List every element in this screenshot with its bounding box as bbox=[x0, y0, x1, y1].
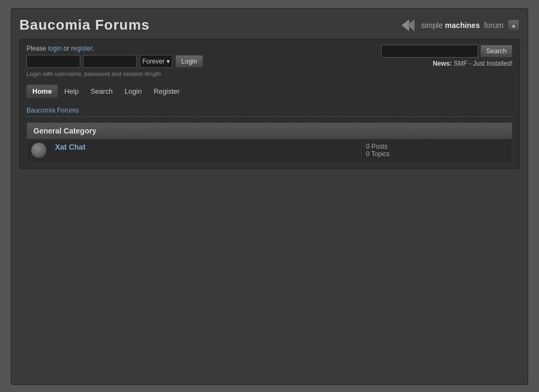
forum-stats-cell: 0 Posts 0 Topics bbox=[362, 139, 426, 163]
breadcrumb: Baucomia Forums bbox=[26, 104, 513, 117]
news-line: News: SMF - Just Installed! bbox=[433, 60, 513, 67]
breadcrumb-home[interactable]: Baucomia Forums bbox=[26, 107, 79, 114]
login-left: Please login or register. Forever ▾ Logi… bbox=[26, 45, 203, 77]
site-title: Baucomia Forums bbox=[19, 17, 150, 33]
login-link[interactable]: login bbox=[48, 45, 61, 52]
forum-lastpost-cell bbox=[426, 139, 513, 163]
forum-table: Xat Chat 0 Posts 0 Topics bbox=[26, 139, 513, 163]
smf-logo-icon bbox=[402, 19, 419, 31]
login-button[interactable]: Login bbox=[175, 55, 203, 68]
category-header: General Category bbox=[26, 122, 513, 139]
forum-name[interactable]: Xat Chat bbox=[55, 143, 357, 151]
nav-bar: Home Help Search Login Register bbox=[26, 82, 513, 100]
forum-icon-cell bbox=[27, 139, 51, 163]
nav-home[interactable]: Home bbox=[26, 85, 58, 98]
forum-name-cell: Xat Chat bbox=[51, 139, 362, 163]
nav-login[interactable]: Login bbox=[119, 85, 147, 97]
nav-register[interactable]: Register bbox=[148, 85, 185, 97]
session-dropdown-icon: ▾ bbox=[167, 58, 170, 65]
collapse-button[interactable]: ▲ bbox=[508, 19, 520, 31]
search-button[interactable]: Search bbox=[480, 45, 513, 58]
nav-help[interactable]: Help bbox=[59, 85, 84, 97]
forum-posts: 0 Posts bbox=[366, 143, 421, 150]
logo-forum: forum bbox=[484, 21, 503, 30]
session-select[interactable]: Forever ▾ bbox=[140, 55, 172, 68]
search-row: Search bbox=[381, 45, 513, 58]
forum-topics: 0 Topics bbox=[366, 150, 421, 158]
category-title: General Category bbox=[33, 127, 506, 135]
header: Baucomia Forums simplemachinesforum ▲ bbox=[19, 17, 520, 33]
password-input[interactable] bbox=[83, 55, 137, 68]
forum-icon bbox=[31, 143, 46, 158]
news-label: News: bbox=[433, 60, 452, 67]
search-input[interactable] bbox=[381, 45, 478, 58]
search-right: Search News: SMF - Just Installed! bbox=[381, 45, 513, 67]
smf-logo: simplemachinesforum bbox=[402, 19, 503, 31]
inner-wrapper: Please login or register. Forever ▾ Logi… bbox=[19, 39, 520, 169]
login-hint: Login with username, password and sessio… bbox=[26, 71, 203, 77]
header-right: simplemachinesforum ▲ bbox=[402, 19, 520, 31]
nav-search[interactable]: Search bbox=[85, 85, 118, 97]
news-text: SMF - Just Installed! bbox=[454, 60, 513, 67]
session-label: Forever bbox=[142, 58, 164, 65]
table-row: Xat Chat 0 Posts 0 Topics bbox=[27, 139, 513, 163]
username-input[interactable] bbox=[26, 55, 80, 68]
login-row: Please login or register. Forever ▾ Logi… bbox=[26, 45, 513, 77]
logo-machines: machines bbox=[445, 21, 480, 30]
login-inputs: Forever ▾ Login bbox=[26, 55, 203, 68]
logo-simple: simple bbox=[421, 21, 443, 30]
register-link[interactable]: register bbox=[71, 45, 92, 52]
outer-wrapper: Baucomia Forums simplemachinesforum ▲ Pl… bbox=[11, 8, 528, 385]
login-prompt: Please login or register. bbox=[26, 45, 203, 52]
